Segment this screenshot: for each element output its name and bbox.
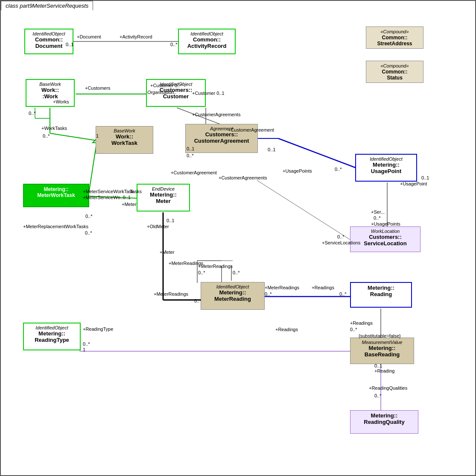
box-reading-type: IdentifiedObject Metering::ReadingType — [23, 323, 81, 350]
label-doc-mult2: 0..* — [170, 42, 178, 47]
stereotype-work: BaseWork — [30, 82, 70, 87]
stereotype-street-address: «Compound» — [380, 29, 409, 34]
stereotype-usage-point: IdentifiedObject — [359, 156, 413, 162]
label-r-mult1: 0..* — [339, 291, 347, 297]
label-customer-agreement2: +CustomerAgreement — [171, 170, 217, 175]
stereotype-meter-reading: IdentifiedObject — [204, 284, 261, 289]
classname-meter-reading: Metering::MeterReading — [204, 289, 261, 302]
label-rt-mult2: 1 — [83, 347, 85, 352]
label-usage-pts: +UsagePoints — [371, 221, 400, 226]
label-old-meter-mult: 0..1 — [166, 218, 174, 223]
label-rq-mult: 0..* — [374, 393, 382, 398]
box-meter: EndDevice Metering::Meter — [137, 184, 190, 212]
box-work-task: BaseWork Work::WorkTask — [96, 126, 153, 154]
label-works: +Works — [53, 99, 69, 104]
classname-document: Common::Document — [29, 36, 69, 49]
label-readings3: +Readings — [350, 320, 373, 326]
label-up-mult3: 0..1 — [421, 175, 429, 180]
stereotype-document: IdentifiedObject — [29, 31, 69, 36]
label-meter2: +Meter — [160, 250, 175, 255]
box-usage-point: IdentifiedObject Metering::UsagePoint — [355, 154, 417, 182]
classname-reading-quality: Metering::ReadingQuality — [354, 412, 415, 425]
box-reading: Metering::Reading — [350, 282, 412, 308]
label-mr-mult1: 0..* — [198, 270, 205, 275]
label-cust-mult1: +Customer 0..* — [150, 83, 182, 88]
label-mr-mult4: 0..* — [194, 298, 201, 303]
label-meter-service-work-task: +MeterServiceWorkTask — [83, 189, 134, 194]
label-service-locations: +ServiceLocations — [322, 240, 360, 245]
label-substitutable: {substitutable=false} — [359, 333, 401, 338]
label-usage-pts-mult: 0..* — [374, 215, 381, 220]
label-tasks: Tasks — [130, 189, 142, 194]
label-doc-mult1: 0..1 — [66, 42, 73, 47]
stereotype-meter: EndDevice — [141, 186, 186, 191]
classname-base-reading: Metering::BaseReading — [354, 345, 410, 358]
label-meter-readings2: +MeterReadings — [198, 264, 233, 269]
box-meter-work-task: Metering::MeterWorkTask — [23, 184, 89, 207]
label-reading-qualities: +ReadingQualities — [369, 385, 407, 391]
diagram-container: class part9MeterServiceRequests — [0, 0, 476, 476]
classname-service-location: Customers::ServiceLocation — [354, 234, 417, 247]
label-meter-readings4: +MeterReadings — [154, 291, 188, 297]
stereotype-base-reading: MeasurementValue — [354, 340, 410, 345]
classname-meter: Metering::Meter — [141, 191, 186, 204]
classname-meter-work-task: Metering::MeterWorkTask — [27, 186, 85, 198]
box-service-location: WorkLocation Customers::ServiceLocation — [350, 226, 421, 252]
label-customer-agreements-top: +CustomerAgreements — [192, 112, 240, 117]
label-readings2: +Readings — [275, 327, 298, 332]
label-r-mult2: 0..* — [350, 327, 357, 332]
label-customer-agreements2: +CustomerAgreements — [219, 175, 267, 180]
label-meter-mult1: 0..* — [85, 214, 93, 219]
svg-line-25 — [257, 180, 351, 240]
classname-reading: Metering::Reading — [354, 285, 408, 297]
classname-usage-point: Metering::UsagePoint — [359, 162, 413, 174]
box-street-address: «Compound» Common::StreetAddress — [366, 26, 423, 49]
label-reading-type: +ReadingType — [83, 326, 113, 332]
label-work-tasks: +WorkTasks — [41, 126, 67, 131]
label-service-loc-mult: 0..* — [337, 234, 345, 239]
box-base-reading: MeasurementValue Metering::BaseReading — [350, 338, 414, 364]
label-meter-service-wo: +MeterServiceWo..0..1 — [83, 195, 131, 200]
classname-reading-type: Metering::ReadingType — [27, 330, 76, 343]
box-meter-reading: IdentifiedObject Metering::MeterReading — [201, 282, 265, 310]
box-status: «Compound» Common::Status — [366, 61, 423, 83]
label-up-mult2: 0..* — [335, 167, 342, 172]
label-activity-record: +ActivityRecord — [120, 34, 152, 39]
box-document: IdentifiedObject Common::Document — [24, 29, 73, 54]
label-replacement-mult: 0..* — [85, 230, 92, 235]
classname-status: Common::Status — [382, 69, 408, 81]
stereotype-status: «Compound» — [380, 63, 409, 68]
classname-work-task: Work::WorkTask — [99, 133, 149, 146]
label-customer-agreement: +CustomerAgreement — [228, 127, 274, 132]
box-reading-quality: Metering::ReadingQuality — [350, 410, 418, 434]
label-plus-meter: +Meter — [122, 202, 137, 207]
label-ser: +Ser... — [371, 209, 385, 214]
svg-line-7 — [278, 138, 357, 168]
stereotype-activity-record: IdentifiedObject — [182, 31, 231, 36]
classname-work: Work:::Work — [30, 87, 70, 100]
label-customers: +Customers — [85, 85, 111, 91]
label-work-task-mult2: 1 — [96, 133, 99, 138]
label-up-mult1: 0..1 — [268, 147, 275, 152]
svg-line-2 — [50, 133, 97, 141]
label-work-mult: 0..* — [29, 111, 36, 116]
label-meter-readings3: +MeterReadings — [265, 285, 299, 290]
label-plus-reading: +Reading — [374, 368, 394, 373]
classname-customer-agreement: Customers::CustomerAgreement — [189, 131, 254, 144]
diagram-title: class part9MeterServiceRequests — [1, 1, 93, 10]
label-readings: +Readings — [312, 285, 334, 290]
label-usage-point: +UsagePoint — [400, 181, 427, 186]
label-document: +Document — [77, 34, 101, 39]
classname-street-address: Common::StreetAddress — [377, 35, 412, 47]
label-agreement-mult1: 0..1 — [187, 146, 194, 151]
stereotype-reading-type: IdentifiedObject — [27, 325, 76, 330]
label-cust-mult2: +Customer 0..1 — [192, 91, 225, 96]
label-old-meter: +OldMeter — [147, 224, 169, 229]
label-work-tasks-mult1: 0..* — [43, 133, 50, 138]
label-reading-mult: 0..1 — [374, 363, 382, 368]
label-usage-points: +UsagePoints — [283, 168, 312, 173]
stereotype-work-task: BaseWork — [99, 128, 149, 133]
classname-activity-record: Common::ActivityRecord — [182, 36, 231, 49]
box-activity-record: IdentifiedObject Common::ActivityRecord — [178, 29, 236, 54]
label-mr-mult3: 0..* — [265, 291, 272, 297]
